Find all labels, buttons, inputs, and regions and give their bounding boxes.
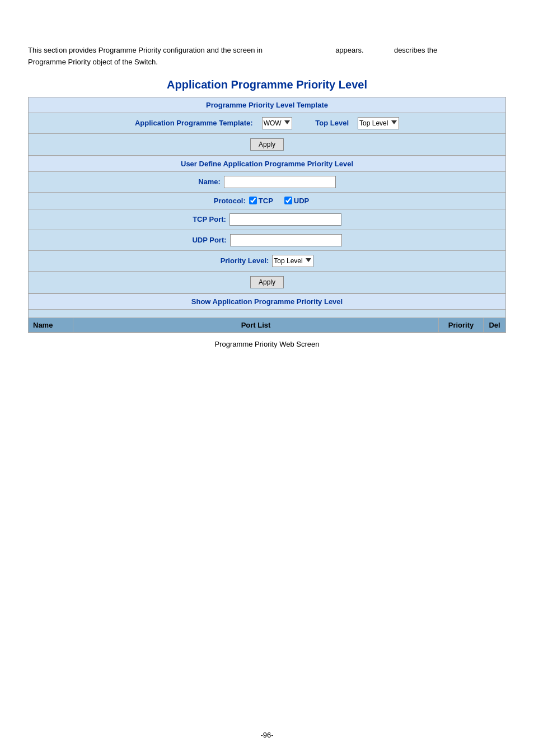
tcp-label: TCP xyxy=(259,197,273,205)
intro-appears: appears. xyxy=(335,46,364,54)
intro-line1: This section provides Programme Priority… xyxy=(28,46,263,54)
user-define-apply-button[interactable]: Apply xyxy=(250,276,284,288)
template-form-row: Application Programme Template: WOW Top … xyxy=(29,113,505,134)
protocol-row: Protocol: TCP UDP xyxy=(29,193,505,209)
page-number: -96- xyxy=(0,731,534,739)
user-define-header: User Define Application Programme Priori… xyxy=(29,156,505,172)
template-select[interactable]: WOW xyxy=(262,117,292,129)
udp-label: UDP xyxy=(294,197,309,205)
template-label: Application Programme Template: xyxy=(135,119,253,127)
priority-level-row: Priority Level: Top Level xyxy=(29,251,505,272)
tcp-port-input[interactable] xyxy=(229,213,341,226)
name-label: Name: xyxy=(198,178,221,186)
top-level-select[interactable]: Top Level xyxy=(358,117,399,129)
template-apply-row: Apply xyxy=(29,134,505,156)
priority-level-label: Priority Level: xyxy=(221,256,269,265)
table-header-row: Name Port List Priority Del xyxy=(29,318,505,333)
page-title: Application Programme Priority Level xyxy=(28,78,506,91)
intro-line2: Programme Priority object of the Switch. xyxy=(28,58,158,66)
user-define-apply-row: Apply xyxy=(29,272,505,293)
table-col-portlist: Port List xyxy=(73,318,438,332)
name-row: Name: xyxy=(29,172,505,193)
table-col-del: Del xyxy=(483,318,505,332)
tcp-checkbox[interactable] xyxy=(249,197,257,204)
tcp-checkbox-label[interactable]: TCP xyxy=(249,197,273,205)
udp-checkbox[interactable] xyxy=(284,197,292,204)
table-col-priority: Priority xyxy=(438,318,483,332)
protocol-label: Protocol: xyxy=(214,197,246,205)
show-empty-row xyxy=(29,310,505,318)
template-section-header: Programme Priority Level Template xyxy=(29,97,505,113)
top-level-label: Top Level xyxy=(315,119,349,127)
tcp-port-label: TCP Port: xyxy=(193,215,226,223)
main-panel: Programme Priority Level Template Applic… xyxy=(28,97,506,333)
priority-level-select[interactable]: Top Level xyxy=(272,255,313,267)
udp-checkbox-label[interactable]: UDP xyxy=(284,197,309,205)
udp-port-input[interactable] xyxy=(230,234,342,246)
table-col-name: Name xyxy=(29,318,73,332)
template-apply-button[interactable]: Apply xyxy=(250,138,284,151)
show-section-header: Show Application Programme Priority Leve… xyxy=(29,294,505,310)
name-input[interactable] xyxy=(224,176,336,188)
udp-port-label: UDP Port: xyxy=(192,236,226,244)
caption: Programme Priority Web Screen xyxy=(28,340,506,348)
intro-paragraph: This section provides Programme Priority… xyxy=(28,45,506,68)
tcp-port-row: TCP Port: xyxy=(29,209,505,230)
intro-end: describes the xyxy=(394,46,437,54)
udp-port-row: UDP Port: xyxy=(29,230,505,251)
